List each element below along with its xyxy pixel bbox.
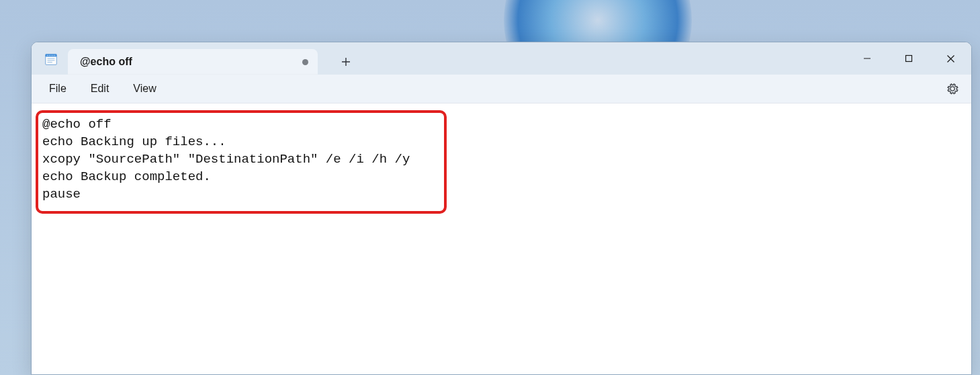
close-button[interactable] bbox=[930, 42, 971, 75]
notepad-app-icon bbox=[44, 52, 58, 67]
menu-edit[interactable]: Edit bbox=[79, 79, 122, 99]
tab-strip: @echo off bbox=[68, 42, 359, 75]
svg-point-4 bbox=[50, 55, 52, 56]
svg-point-3 bbox=[48, 55, 50, 56]
settings-button[interactable] bbox=[943, 79, 962, 98]
svg-point-6 bbox=[54, 55, 56, 56]
minimize-button[interactable] bbox=[846, 42, 888, 75]
menu-view[interactable]: View bbox=[121, 79, 168, 99]
new-tab-button[interactable] bbox=[332, 49, 359, 75]
svg-point-2 bbox=[47, 55, 48, 56]
titlebar[interactable]: @echo off bbox=[32, 42, 971, 75]
notepad-window: @echo off bbox=[31, 42, 972, 375]
document-tab[interactable]: @echo off bbox=[68, 49, 318, 75]
gear-icon bbox=[946, 82, 959, 95]
menubar: File Edit View bbox=[32, 75, 971, 103]
tab-title: @echo off bbox=[80, 56, 297, 68]
modified-indicator-icon bbox=[302, 59, 308, 65]
editor-area[interactable]: @echo off echo Backing up files... xcopy… bbox=[32, 103, 971, 374]
svg-point-5 bbox=[52, 55, 54, 56]
window-controls bbox=[846, 42, 971, 75]
svg-rect-13 bbox=[906, 56, 912, 62]
editor-text[interactable]: @echo off echo Backing up files... xcopy… bbox=[40, 116, 963, 203]
menu-file[interactable]: File bbox=[37, 79, 79, 99]
maximize-button[interactable] bbox=[888, 42, 930, 75]
